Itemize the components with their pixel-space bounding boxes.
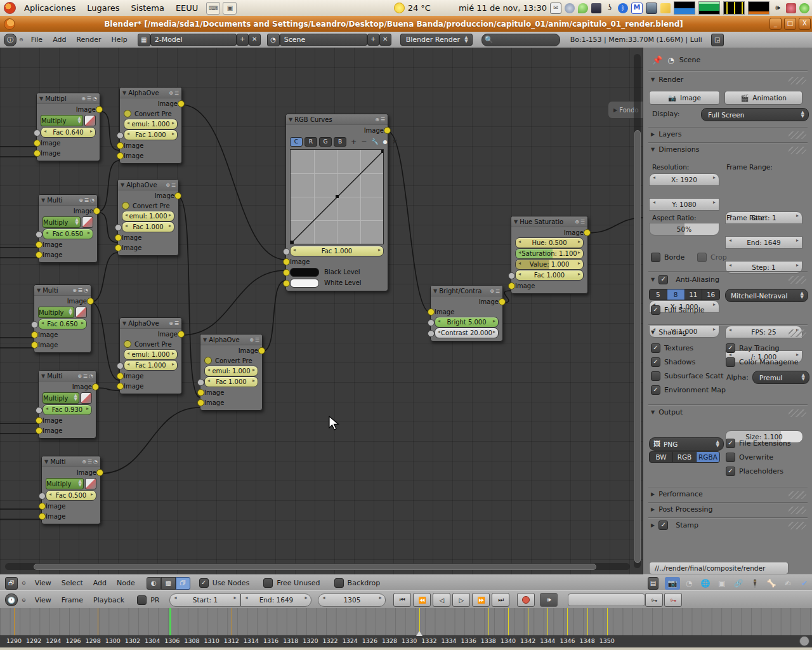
input-socket[interactable] <box>197 389 204 396</box>
factor-socket[interactable] <box>428 319 435 326</box>
texture-nodes-icon[interactable]: ▩ <box>161 577 176 590</box>
options-icon[interactable]: ☰ <box>88 459 92 465</box>
slider-fac-1.000[interactable]: Fac 1.000◂▸ <box>122 222 174 232</box>
slider-hue-0.500[interactable]: Hue: 0.500◂▸ <box>515 237 584 248</box>
factor-socket[interactable] <box>197 379 204 386</box>
color-mode-segment[interactable]: BW RGB RGBA <box>649 451 720 463</box>
plus-icon[interactable]: ⊕ <box>249 337 254 343</box>
preview-icon[interactable]: ◔ <box>90 197 95 203</box>
scene-field[interactable]: Scene <box>280 34 367 46</box>
panel-header-stamp[interactable]: ▶✓ Stamp <box>651 521 698 530</box>
factor-socket[interactable] <box>508 272 515 279</box>
plus-icon[interactable]: ⊕ <box>490 288 494 294</box>
tab-object[interactable]: ▣ <box>714 577 730 590</box>
input-socket[interactable] <box>117 373 124 380</box>
factor-socket[interactable] <box>283 248 290 255</box>
blend-mode-select[interactable]: Multiply▲▼ <box>43 392 79 404</box>
menu-sistema[interactable]: Sistema <box>126 0 170 16</box>
output-socket[interactable] <box>584 229 591 236</box>
clamp-toggle-button[interactable] <box>84 115 96 126</box>
menu-select[interactable]: Select <box>56 579 88 587</box>
collapse-icon[interactable]: ⊖ <box>22 597 26 603</box>
timeline-marker[interactable] <box>416 631 422 636</box>
files-icon[interactable] <box>660 3 671 13</box>
node-title[interactable]: ▼Multi⊕☰◔ <box>39 371 96 381</box>
slider-bright-5.000[interactable]: Bright 5.000◂▸ <box>435 317 499 328</box>
delete-layout-button[interactable]: ✕ <box>249 34 261 46</box>
timeline-canvas[interactable]: 1290129212941296129813001302130413061308… <box>0 608 812 650</box>
options-icon[interactable]: ☰ <box>381 117 385 123</box>
output-socket[interactable] <box>499 298 506 305</box>
convert-premul-toggle[interactable] <box>122 202 129 209</box>
menu-view[interactable]: View <box>30 579 56 587</box>
node-title[interactable]: ▼AlphaOve⊕☰ <box>200 335 262 345</box>
render-engine-select[interactable]: Blender Render▲▼ <box>400 34 473 46</box>
node-title[interactable]: ▼Bright/Contra⊕☰ <box>431 286 502 296</box>
node-alphaove[interactable]: ▼AlphaOve⊕☰ImageConvert Preemul: 1.000◂▸… <box>119 317 182 394</box>
slider-fac-0.650[interactable]: Fac 0.650◂▸ <box>43 229 93 239</box>
plus-icon[interactable]: ⊕ <box>82 459 86 465</box>
node-title[interactable]: ▼Multi⊕☰◔ <box>39 195 97 206</box>
input-socket[interactable] <box>115 244 122 251</box>
editor-type-info-icon[interactable]: ⓘ <box>4 34 16 46</box>
stamp-enable-checkbox[interactable]: ✓ <box>658 521 668 530</box>
panel-header-dimensions[interactable]: ▼Dimensions <box>651 145 699 154</box>
shadows-checkbox[interactable]: ✓Shadows <box>651 357 695 367</box>
plus-icon[interactable]: ⊕ <box>166 182 170 188</box>
collapse-icon[interactable]: ⊖ <box>19 37 23 43</box>
tab-render[interactable]: 📷 <box>665 577 680 590</box>
tab-material[interactable]: ✍ <box>780 577 796 590</box>
convert-premul-toggle[interactable] <box>124 340 131 348</box>
textures-checkbox[interactable]: ✓Textures <box>651 343 693 353</box>
subsurface-checkbox[interactable]: Subsurface Scatt <box>651 371 723 381</box>
play-reverse-button[interactable]: ◁ <box>433 593 450 607</box>
menu-file[interactable]: File <box>26 36 48 44</box>
tab-constraints[interactable]: 🔗 <box>731 577 746 590</box>
slider-emul-1.000[interactable]: emul: 1.000◂▸ <box>204 366 258 376</box>
menu-add[interactable]: Add <box>48 36 71 44</box>
keyboard-icon[interactable]: ⌨ <box>206 2 220 15</box>
factor-socket[interactable] <box>36 231 43 238</box>
output-socket[interactable] <box>96 106 103 113</box>
window-corner-icon[interactable]: ◲ <box>711 34 724 46</box>
prev-keyframe-button[interactable]: ⏪ <box>413 593 431 607</box>
status-dot[interactable] <box>799 3 809 13</box>
scroller-handle[interactable] <box>799 636 809 646</box>
editor-type-node-icon[interactable]: 🗗 <box>5 577 18 590</box>
render-animation-button[interactable]: 🎬Animation <box>724 91 802 105</box>
plus-icon[interactable]: ⊕ <box>72 288 77 293</box>
slider-emul-1.000[interactable]: emul: 1.000◂▸ <box>124 119 178 129</box>
input-socket[interactable] <box>31 331 38 338</box>
node-alphaove[interactable]: ▼AlphaOve⊕☰ImageConvert Preemul: 1.000◂▸… <box>200 334 263 411</box>
jump-end-button[interactable]: ⏭ <box>492 593 509 607</box>
plus-icon[interactable]: ⊕ <box>77 373 82 379</box>
input-socket[interactable] <box>36 251 43 258</box>
next-keyframe-button[interactable]: ⏩ <box>472 593 490 607</box>
input-socket[interactable] <box>283 269 290 276</box>
render-image-button[interactable]: 📷Image <box>649 91 720 105</box>
factor-socket[interactable] <box>428 330 435 337</box>
node-hue-saturatio[interactable]: ▼Hue Saturatio⊕☰ImageHue: 0.500◂▸Saturat… <box>511 216 588 294</box>
mail-notifier-icon[interactable]: M <box>631 3 643 14</box>
tab-world[interactable]: 🌐 <box>698 577 713 590</box>
plus-icon[interactable]: ⊕ <box>575 219 579 225</box>
display-icon[interactable] <box>591 3 601 13</box>
timeline-end-field[interactable]: ◂End: 1649▸ <box>240 594 311 607</box>
aa-filter-select[interactable]: Mitchell-Netraval▲▼ <box>725 289 808 302</box>
scene-icon[interactable]: ◔ <box>267 34 280 46</box>
options-icon[interactable]: ☰ <box>83 373 88 379</box>
insert-keyframe-button[interactable]: 🗝 <box>645 593 663 607</box>
menu-frame[interactable]: Frame <box>56 596 88 604</box>
mic-icon[interactable]: ʖ <box>605 3 615 13</box>
menu-help[interactable]: Help <box>107 36 133 44</box>
input-socket[interactable] <box>36 427 43 434</box>
options-icon[interactable]: ☰ <box>580 219 585 225</box>
panel-header-output[interactable]: ▼Output <box>651 408 683 416</box>
input-socket[interactable] <box>508 282 515 289</box>
current-frame-line[interactable] <box>169 608 171 636</box>
minimize-button[interactable]: _ <box>769 18 782 30</box>
input-socket[interactable] <box>117 383 124 390</box>
collapse-triangle-icon[interactable]: ▼ <box>41 373 45 379</box>
factor-socket[interactable] <box>36 407 43 414</box>
curve-channel-b[interactable]: B <box>334 137 346 147</box>
